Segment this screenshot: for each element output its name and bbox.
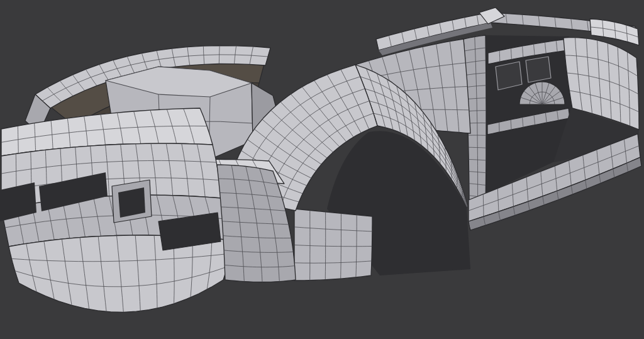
body-shape [118,187,145,218]
body-shape [526,57,551,82]
mesh-patch [294,209,372,281]
scene-svg [0,0,644,339]
viewport-3d[interactable] [0,0,644,339]
